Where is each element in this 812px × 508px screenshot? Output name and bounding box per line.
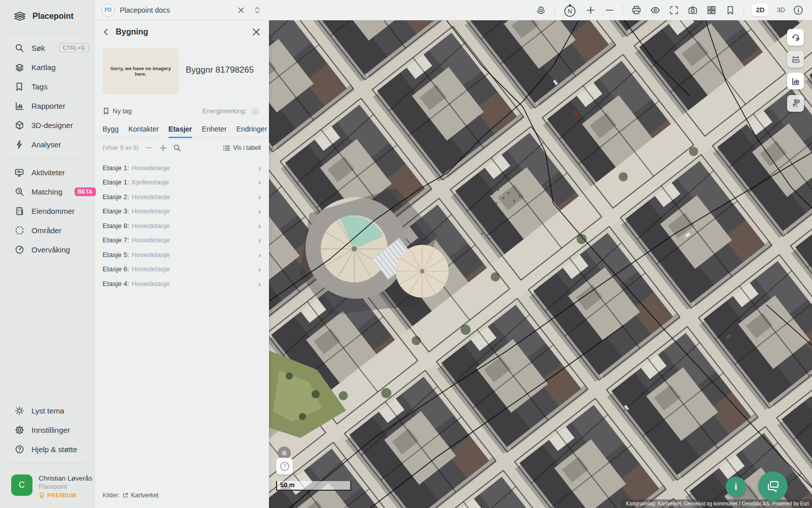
floor-row[interactable]: Etasje 5:Hovedetasje› — [94, 247, 269, 262]
chat-button[interactable] — [758, 471, 788, 501]
new-tag-button[interactable]: Ny tag — [103, 107, 132, 115]
search-floors-button[interactable] — [173, 144, 181, 152]
sources-link[interactable]: Kartverket — [131, 492, 159, 499]
view-3d-button[interactable]: 3D — [776, 6, 785, 14]
floor-row[interactable]: Etasje 4:Hovedetasje› — [94, 276, 269, 291]
toolbar-divider — [623, 5, 623, 15]
map-help-button[interactable]: ? — [276, 458, 293, 474]
walk-time-button[interactable] — [787, 95, 804, 112]
table-view-button[interactable]: Vis i tabell — [223, 144, 261, 151]
divider — [9, 34, 85, 34]
sidebar-item-label: Søk — [31, 44, 45, 52]
tab-kontakter[interactable]: Kontakter — [128, 125, 159, 138]
chevron-right-icon: › — [258, 193, 261, 201]
rotate-select-button[interactable] — [787, 29, 804, 46]
close-panel-icon[interactable] — [252, 27, 261, 37]
sidebar-item-matching[interactable]: Matching BETA — [0, 182, 94, 201]
sidebar-item-aktiviteter[interactable]: Aktiviteter — [0, 163, 94, 182]
floor-row[interactable]: Etasje 1:Kjelleretasje› — [94, 175, 269, 190]
floor-row[interactable]: Etasje 1:Hovedetasje› — [94, 161, 269, 175]
qr-grid-icon — [706, 5, 717, 16]
sidebar-item-label: Hjelp & støtte — [31, 445, 77, 454]
floor-prefix: Etasje 8: — [103, 222, 129, 230]
floor-row[interactable]: Etasje 2:Hovedetasje› — [94, 189, 269, 204]
compass-button[interactable]: N — [562, 3, 578, 18]
tab-endringer[interactable]: Endringer — [236, 125, 267, 138]
info-glyph: i — [734, 482, 737, 492]
gear-icon — [14, 425, 24, 435]
activity-icon — [14, 167, 24, 177]
panel-tabs: Bygg Kontakter Etasjer Enheter Endringer — [94, 125, 269, 138]
measure-button[interactable] — [787, 51, 804, 68]
sidebar-item-overvaking[interactable]: Overvåking — [0, 240, 94, 259]
sort-button[interactable] — [252, 5, 263, 16]
panorama-button[interactable] — [535, 5, 547, 16]
sidebar-item-eiendommer[interactable]: Eiendommer — [0, 201, 94, 220]
compass-icon: N — [562, 3, 578, 18]
sidebar-item-label: Overvåking — [31, 245, 70, 254]
visibility-button[interactable] — [650, 5, 661, 16]
tab-bygg[interactable]: Bygg — [103, 125, 119, 138]
zoom-out-button[interactable] — [604, 5, 615, 16]
eye-icon — [650, 5, 661, 16]
print-button[interactable] — [631, 5, 642, 16]
map-canvas[interactable]: ? 50 m Kartgrunnlag: Kartverket, Geoveks… — [269, 20, 812, 508]
chevron-right-icon: › — [258, 178, 261, 186]
chevron-right-icon: › — [258, 279, 261, 288]
sidebar-item-rapporter[interactable]: Rapporter — [0, 96, 94, 115]
floor-row[interactable]: Etasje 7:Hovedetasje› — [94, 233, 269, 248]
floor-row[interactable]: Etasje 3:Hovedetasje› — [94, 204, 269, 219]
screenshot-button[interactable] — [687, 5, 698, 16]
bolt-icon — [14, 139, 24, 149]
tab-etasjer[interactable]: Etasjer — [168, 125, 192, 138]
tab-enheter[interactable]: Enheter — [202, 125, 227, 138]
widgets-button[interactable] — [706, 5, 717, 16]
add-floor-button[interactable] — [159, 144, 167, 152]
sidebar-item-label: 3D-designer — [31, 121, 73, 130]
energy-value: - — [255, 110, 256, 114]
view-2d-button[interactable]: 2D — [752, 4, 769, 16]
gauge-icon — [14, 244, 24, 255]
floor-row[interactable]: Etasje 8:Hovedetasje› — [94, 218, 269, 233]
fullscreen-button[interactable] — [668, 5, 680, 16]
chat-bubbles-icon — [765, 479, 781, 494]
table-view-label: Vis i tabell — [233, 144, 261, 151]
user-card[interactable]: C Christian Løverås Placepoint PREMIUM — [0, 467, 94, 508]
sun-icon — [14, 405, 24, 416]
zoom-in-button[interactable] — [585, 5, 596, 16]
user-name: Christian Løverås — [39, 474, 92, 482]
bookmarks-button[interactable] — [725, 5, 736, 16]
sidebar-item-lyst-tema[interactable]: Lyst tema — [0, 401, 94, 420]
info-button[interactable]: i — [726, 477, 746, 497]
brand[interactable]: Placepoint — [0, 0, 94, 29]
sidebar-item-hjelp[interactable]: Hjelp & støtte — [0, 439, 94, 459]
sidebar-item-sok[interactable]: Søk CTRL+G — [0, 38, 94, 57]
zoom-in-icon — [586, 6, 595, 15]
sidebar-item-3d-designer[interactable]: 3D-designer — [0, 115, 94, 135]
sidebar-item-kartlag[interactable]: Kartlag — [0, 57, 94, 77]
new-tag-label: Ny tag — [113, 107, 132, 115]
sidebar-item-tags[interactable]: Tags — [0, 77, 94, 96]
report-icon — [14, 101, 24, 111]
clear-search-button[interactable] — [235, 5, 247, 16]
camera-icon — [687, 5, 698, 16]
about-button[interactable] — [793, 5, 804, 16]
panorama-icon — [535, 5, 547, 16]
search-chip[interactable]: PD Placepoint docs — [94, 4, 269, 17]
floor-type: Hovedetasje — [132, 164, 170, 172]
chevron-right-icon: › — [258, 250, 261, 259]
chart-button[interactable] — [787, 73, 804, 89]
close-icon — [238, 7, 245, 14]
sidebar-item-analyser[interactable]: Analyser — [0, 135, 94, 154]
print-icon — [631, 5, 642, 16]
sidebar: Placepoint Søk CTRL+G Kartlag Tags Rappo… — [0, 0, 94, 508]
back-icon[interactable] — [103, 28, 110, 36]
plus-icon — [159, 144, 167, 152]
sidebar-item-label: Tags — [31, 82, 48, 91]
collapse-button[interactable] — [145, 144, 153, 152]
sidebar-item-omrader[interactable]: Områder — [0, 220, 94, 240]
plan-label: PREMIUM — [47, 492, 76, 498]
floor-row[interactable]: Etasje 6:Hovedetasje› — [94, 262, 269, 277]
sidebar-item-innstillinger[interactable]: Innstillinger — [0, 420, 94, 439]
walk-time-icon — [791, 99, 801, 109]
